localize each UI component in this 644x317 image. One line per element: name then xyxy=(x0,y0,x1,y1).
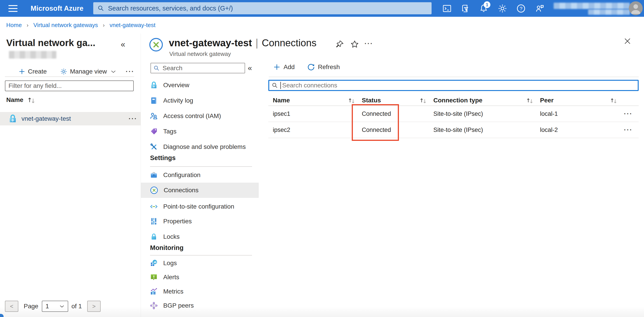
manage-view-button[interactable]: Manage view xyxy=(60,68,116,75)
plus-icon xyxy=(273,64,280,71)
alerts-icon xyxy=(149,273,158,282)
name-column-label: Name xyxy=(6,96,23,104)
cell-peer: local-1 xyxy=(540,110,624,117)
menu-item-label: Logs xyxy=(163,260,177,267)
menu-item-metrics[interactable]: Metrics xyxy=(141,284,259,299)
azure-portal: Microsoft Azure 1 ? xyxy=(0,0,644,317)
previous-page-button[interactable]: < xyxy=(5,301,18,312)
breadcrumb-current[interactable]: vnet-gateway-test xyxy=(110,22,156,28)
gateway-list-row[interactable]: vnet-gateway-test ··· xyxy=(0,112,141,126)
cloud-shell-icon[interactable] xyxy=(440,0,454,17)
menu-item-label: Access control (IAM) xyxy=(163,112,221,120)
menu-item-properties[interactable]: Properties xyxy=(141,214,259,229)
global-search-input[interactable] xyxy=(108,4,428,12)
favorite-star-icon[interactable] xyxy=(350,40,359,49)
menu-item-tags[interactable]: Tags xyxy=(141,124,259,139)
bgp-peers-icon xyxy=(149,301,158,310)
cell-name[interactable]: ipsec2 xyxy=(273,126,362,134)
blade-title-section: Connections xyxy=(262,37,317,48)
search-icon xyxy=(272,82,278,89)
feedback-icon[interactable] xyxy=(533,0,546,17)
breadcrumb-separator: › xyxy=(26,22,28,28)
close-blade-icon[interactable] xyxy=(622,36,632,46)
search-icon xyxy=(97,5,104,12)
menu-item-label: BGP peers xyxy=(163,302,194,309)
menu-item-label: Overview xyxy=(163,82,190,89)
filter-input[interactable] xyxy=(5,80,134,91)
cell-peer: local-2 xyxy=(540,126,624,134)
refresh-button[interactable]: Refresh xyxy=(307,63,340,71)
gateway-name-link[interactable]: vnet-gateway-test xyxy=(22,115,71,122)
blade-title-resource: vnet-gateway-test xyxy=(169,37,252,48)
menu-item-overview[interactable]: Overview xyxy=(141,78,259,93)
sort-icon xyxy=(526,97,534,104)
menu-item-connections[interactable]: Connections xyxy=(141,183,259,198)
menu-item-alerts[interactable]: Alerts xyxy=(141,270,259,285)
column-header-connection-type[interactable]: Connection type xyxy=(433,97,540,104)
pagination: < Page 1 of 1 > xyxy=(5,300,100,312)
plus-icon xyxy=(18,68,25,75)
menu-item-locks[interactable]: Locks xyxy=(141,229,259,244)
breadcrumb-gateways[interactable]: Virtual network gateways xyxy=(33,22,98,28)
breadcrumb-home[interactable]: Home xyxy=(6,22,22,28)
blade-subtitle: Virtual network gateway xyxy=(169,50,231,58)
create-button[interactable]: Create xyxy=(18,68,47,75)
connections-search-box[interactable] xyxy=(268,80,639,91)
menu-item-bgp-peers[interactable]: BGP peers xyxy=(141,298,259,313)
row-more-button[interactable]: ··· xyxy=(624,110,639,118)
blade-more-button[interactable]: ··· xyxy=(364,40,373,48)
connections-search-input[interactable] xyxy=(282,82,636,89)
activity-log-icon xyxy=(149,96,158,105)
virtual-network-gateway-icon xyxy=(8,114,18,124)
menu-search-input[interactable] xyxy=(162,64,242,72)
menu-item-activity-log[interactable]: Activity log xyxy=(141,93,259,108)
column-header-status[interactable]: Status xyxy=(362,97,433,104)
global-search-bar[interactable] xyxy=(93,2,432,14)
collapse-menu-icon[interactable]: « xyxy=(248,64,252,72)
tags-icon xyxy=(149,127,158,136)
left-panel-more-button[interactable]: ··· xyxy=(126,68,134,75)
menu-search-box[interactable] xyxy=(150,63,245,73)
chevron-down-icon xyxy=(59,304,64,309)
settings-gear-icon[interactable] xyxy=(496,0,509,17)
left-panel-title: Virtual network ga... xyxy=(6,38,95,48)
menu-item-diagnose[interactable]: Diagnose and solve problems xyxy=(141,139,259,154)
connections-table: Name Status Connection type Peer ipsec1 … xyxy=(268,95,639,138)
metrics-icon xyxy=(149,287,158,296)
column-label: Connection type xyxy=(433,97,482,104)
column-label: Peer xyxy=(540,97,554,104)
row-more-button[interactable]: ··· xyxy=(128,115,137,122)
collapse-panel-icon[interactable]: « xyxy=(121,40,125,49)
table-row[interactable]: ipsec1 Connected Site-to-site (IPsec) lo… xyxy=(268,106,639,122)
of-label: of 1 xyxy=(71,303,82,310)
menu-item-label: Tags xyxy=(163,128,176,135)
text-cursor xyxy=(280,82,281,89)
add-connection-button[interactable]: Add xyxy=(273,64,295,71)
next-page-button[interactable]: > xyxy=(87,301,100,312)
page-select[interactable]: 1 xyxy=(42,301,68,312)
name-column-header[interactable]: Name xyxy=(6,96,36,104)
menu-item-configuration[interactable]: Configuration xyxy=(141,168,259,183)
sort-icon xyxy=(348,97,356,104)
column-header-name[interactable]: Name xyxy=(273,97,362,104)
hamburger-menu-icon[interactable] xyxy=(5,0,21,17)
menu-item-point-to-site[interactable]: Point-to-site configuration xyxy=(141,199,259,214)
blade-title-separator: | xyxy=(256,37,258,49)
avatar[interactable] xyxy=(629,1,643,15)
redacted-account-name xyxy=(554,3,630,9)
menu-item-logs[interactable]: Logs xyxy=(141,256,259,271)
pin-icon[interactable] xyxy=(336,40,344,49)
menu-item-label: Metrics xyxy=(163,288,183,295)
connections-icon xyxy=(149,186,159,195)
cell-name[interactable]: ipsec1 xyxy=(273,110,362,117)
svg-text:?: ? xyxy=(520,5,522,11)
column-header-peer[interactable]: Peer xyxy=(540,97,624,104)
row-more-button[interactable]: ··· xyxy=(624,126,639,134)
cell-status: Connected xyxy=(362,110,433,117)
menu-item-access-control[interactable]: Access control (IAM) xyxy=(141,108,259,124)
directory-filter-icon[interactable] xyxy=(458,0,472,17)
table-row[interactable]: ipsec2 Connected Site-to-site (IPsec) lo… xyxy=(268,122,639,138)
configuration-icon xyxy=(149,170,158,180)
help-icon[interactable]: ? xyxy=(514,0,528,17)
azure-brand[interactable]: Microsoft Azure xyxy=(31,0,84,17)
